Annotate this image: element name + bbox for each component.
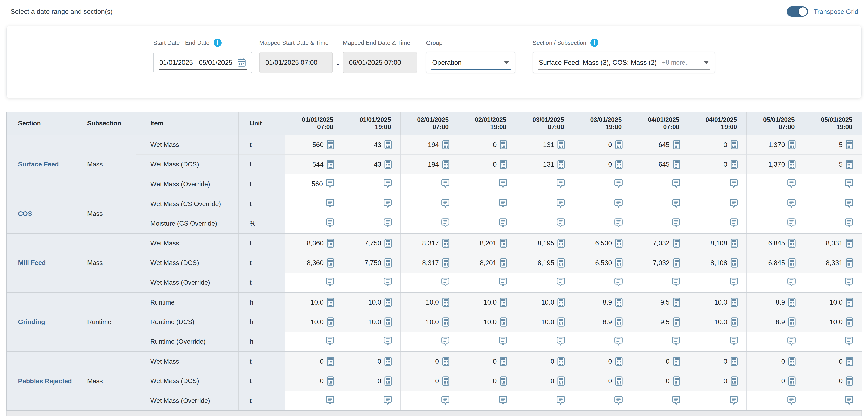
value-cell[interactable]: 1,370 (746, 135, 804, 154)
note-icon[interactable] (672, 396, 680, 406)
value-cell[interactable] (401, 174, 458, 194)
value-cell[interactable]: 8.9 (746, 292, 804, 312)
value-cell[interactable] (746, 391, 804, 411)
value-cell[interactable]: 10.0 (804, 312, 862, 332)
value-cell[interactable]: 6,845 (746, 233, 804, 253)
value-cell[interactable]: 194 (401, 135, 458, 154)
calculator-icon[interactable] (615, 258, 623, 268)
calculator-icon[interactable] (442, 377, 450, 386)
calculator-icon[interactable] (788, 298, 796, 307)
value-cell[interactable]: 7,750 (343, 233, 401, 253)
value-cell[interactable] (516, 174, 574, 194)
value-cell[interactable] (285, 273, 343, 292)
value-cell[interactable] (285, 214, 343, 233)
calculator-icon[interactable] (788, 160, 796, 169)
note-icon[interactable] (499, 179, 507, 189)
value-cell[interactable]: 8,201 (458, 233, 516, 253)
calculator-icon[interactable] (731, 258, 738, 268)
value-cell[interactable]: 9.5 (631, 292, 689, 312)
value-cell[interactable] (689, 214, 746, 233)
value-cell[interactable] (516, 214, 574, 233)
calculator-icon[interactable] (788, 317, 796, 327)
value-cell[interactable]: 0 (458, 154, 516, 174)
value-cell[interactable]: 10.0 (516, 292, 574, 312)
calculator-icon[interactable] (615, 298, 623, 307)
value-cell[interactable] (516, 273, 574, 292)
note-icon[interactable] (441, 396, 450, 406)
note-icon[interactable] (326, 337, 334, 346)
note-icon[interactable] (441, 218, 450, 228)
info-icon[interactable] (590, 38, 599, 47)
value-cell[interactable] (343, 273, 401, 292)
note-icon[interactable] (672, 337, 680, 346)
note-icon[interactable] (787, 199, 796, 209)
calculator-icon[interactable] (500, 239, 507, 248)
note-icon[interactable] (672, 277, 680, 287)
value-cell[interactable]: 0 (804, 371, 862, 391)
value-cell[interactable]: 8,108 (689, 253, 746, 273)
calculator-icon[interactable] (731, 357, 738, 366)
value-cell[interactable]: 0 (574, 371, 631, 391)
value-cell[interactable] (343, 174, 401, 194)
note-icon[interactable] (845, 179, 853, 189)
value-cell[interactable] (285, 332, 343, 351)
note-icon[interactable] (615, 179, 623, 189)
value-cell[interactable]: 10.0 (343, 292, 401, 312)
calculator-icon[interactable] (557, 160, 565, 169)
value-cell[interactable] (574, 214, 631, 233)
value-cell[interactable] (343, 332, 401, 351)
calculator-icon[interactable] (615, 140, 623, 149)
note-icon[interactable] (557, 277, 565, 287)
value-cell[interactable] (343, 194, 401, 214)
calculator-icon[interactable] (731, 239, 738, 248)
value-cell[interactable]: 131 (516, 135, 574, 154)
value-cell[interactable]: 0 (343, 351, 401, 371)
value-cell[interactable] (401, 391, 458, 411)
note-icon[interactable] (441, 337, 450, 346)
value-cell[interactable]: 0 (574, 351, 631, 371)
value-cell[interactable] (804, 273, 862, 292)
value-cell[interactable] (631, 194, 689, 214)
value-cell[interactable] (458, 214, 516, 233)
note-icon[interactable] (441, 199, 450, 209)
value-cell[interactable] (804, 391, 862, 411)
note-icon[interactable] (384, 277, 392, 287)
value-cell[interactable] (458, 174, 516, 194)
note-icon[interactable] (730, 199, 738, 209)
value-cell[interactable]: 0 (401, 371, 458, 391)
horizontal-scrollbar[interactable] (6, 411, 862, 416)
value-cell[interactable]: 0 (516, 371, 574, 391)
note-icon[interactable] (557, 396, 565, 406)
note-icon[interactable] (384, 396, 392, 406)
value-cell[interactable]: 0 (458, 135, 516, 154)
calculator-icon[interactable] (442, 298, 450, 307)
calculator-icon[interactable] (327, 160, 334, 169)
calculator-icon[interactable] (557, 258, 565, 268)
calculator-icon[interactable] (327, 357, 334, 366)
value-cell[interactable] (458, 391, 516, 411)
value-cell[interactable]: 0 (631, 351, 689, 371)
calculator-icon[interactable] (327, 239, 334, 248)
value-cell[interactable]: 8,360 (285, 233, 343, 253)
value-cell[interactable]: 0 (689, 135, 746, 154)
note-icon[interactable] (672, 199, 680, 209)
value-cell[interactable]: 10.0 (285, 292, 343, 312)
calculator-icon[interactable] (731, 160, 738, 169)
note-icon[interactable] (557, 199, 565, 209)
calculator-icon[interactable] (327, 317, 334, 327)
value-cell[interactable] (343, 214, 401, 233)
calculator-icon[interactable] (442, 317, 450, 327)
value-cell[interactable]: 645 (631, 154, 689, 174)
calculator-icon[interactable] (384, 239, 392, 248)
note-icon[interactable] (730, 337, 738, 346)
calculator-icon[interactable] (500, 357, 507, 366)
value-cell[interactable] (516, 194, 574, 214)
value-cell[interactable] (458, 332, 516, 351)
note-icon[interactable] (326, 218, 334, 228)
value-cell[interactable]: 7,032 (631, 233, 689, 253)
value-cell[interactable]: 9.5 (631, 312, 689, 332)
value-cell[interactable] (746, 214, 804, 233)
calculator-icon[interactable] (846, 317, 853, 327)
value-cell[interactable]: 0 (574, 135, 631, 154)
note-icon[interactable] (730, 218, 738, 228)
